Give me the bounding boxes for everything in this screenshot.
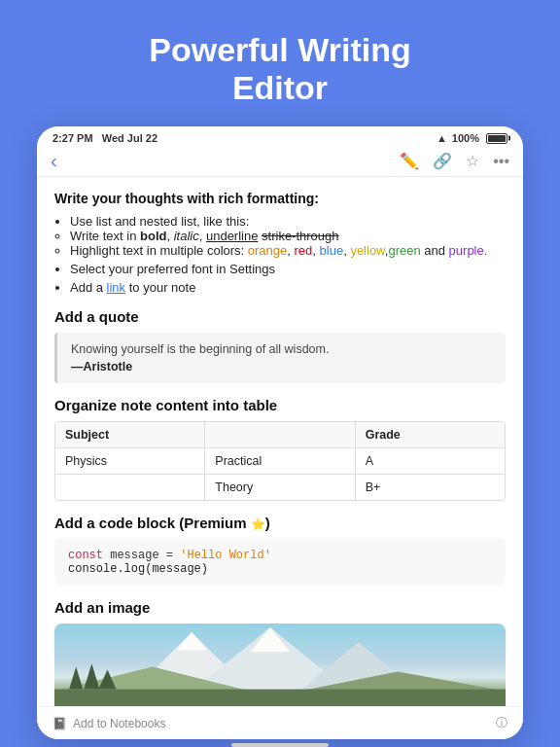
code-block: const message = 'Hello World' console.lo…	[54, 539, 506, 586]
table-cell-a: A	[356, 448, 505, 474]
code-section-title: Add a code block (Premium ⭐)	[54, 515, 506, 531]
table-header-grade: Grade	[356, 422, 505, 447]
header-title: Powerful Writing Editor	[110, 31, 449, 107]
light-overlay	[54, 623, 506, 706]
title-line1: Powerful Writing	[149, 31, 410, 68]
table-cell-practical: Practical	[205, 448, 355, 474]
title-line2: Editor	[232, 69, 328, 106]
table-cell-physics: Physics	[55, 448, 205, 474]
back-button[interactable]: ‹	[51, 150, 57, 171]
table-header-row: Subject Grade	[55, 422, 505, 448]
status-date: Wed Jul 22	[102, 132, 158, 144]
quote-author: —Aristotle	[71, 360, 492, 374]
table-row-1: Physics Practical A	[55, 448, 505, 475]
list-item-2: Select your preferred font in Settings	[70, 262, 506, 276]
link-text[interactable]: link	[107, 280, 126, 295]
device-frame: 2:27 PM Wed Jul 22 ▲ 100% ‹ ✏️ 🔗 ☆ ••• W…	[37, 126, 523, 739]
list-item-1: Use list and nested list, like this: Wri…	[70, 214, 506, 258]
code-line-2: console.log(message)	[68, 562, 492, 576]
edit-icon[interactable]: ✏️	[400, 152, 419, 170]
bottom-bar: 📓 Add to Notebooks ⓘ	[37, 706, 523, 739]
note-toolbar: ‹ ✏️ 🔗 ☆ •••	[37, 146, 523, 177]
table-section-title: Organize note content into table	[54, 397, 506, 413]
list-item-3: Add a link to your note	[70, 280, 506, 295]
code-line-1: const message = 'Hello World'	[68, 549, 492, 562]
table-header-subject: Subject	[55, 422, 205, 447]
wifi-icon: ▲	[437, 132, 447, 144]
bookmark-icon[interactable]: 🔗	[433, 152, 452, 170]
main-list: Use list and nested list, like this: Wri…	[70, 214, 506, 295]
star-icon[interactable]: ☆	[466, 152, 479, 170]
table-cell-bplus: B+	[356, 475, 505, 500]
battery-percent: 100%	[452, 132, 479, 144]
quote-block: Knowing yourself is the beginning of all…	[54, 333, 506, 383]
info-icon[interactable]: ⓘ	[496, 715, 508, 731]
add-to-notebooks[interactable]: 📓 Add to Notebooks	[52, 717, 165, 730]
nested-list: Write text in bold, italic, underline st…	[70, 229, 506, 258]
notebook-icon: 📓	[52, 717, 67, 730]
image-placeholder	[54, 623, 506, 706]
quote-text: Knowing yourself is the beginning of all…	[71, 342, 329, 356]
more-icon[interactable]: •••	[493, 153, 509, 170]
table-header-empty	[205, 422, 355, 447]
table-row-2: Theory B+	[55, 475, 505, 500]
battery-icon	[486, 133, 508, 144]
mountain-svg	[54, 623, 506, 706]
nested-item-2: Highlight text in multiple colors: orang…	[70, 243, 506, 258]
status-bar: 2:27 PM Wed Jul 22 ▲ 100%	[37, 126, 523, 146]
status-time: 2:27 PM	[52, 132, 93, 144]
table-cell-theory: Theory	[205, 475, 355, 500]
image-section-title: Add an image	[54, 599, 506, 616]
nested-item-1: Write text in bold, italic, underline st…	[70, 229, 506, 243]
table-container: Subject Grade Physics Practical A Theory…	[54, 421, 506, 501]
premium-emoji: ⭐	[251, 517, 265, 531]
quote-section-title: Add a quote	[54, 308, 506, 325]
content-area: Write your thoughts with rich formatting…	[37, 177, 523, 706]
table-cell-empty	[55, 475, 205, 500]
home-indicator	[231, 743, 329, 747]
intro-text: Write your thoughts with rich formatting…	[54, 191, 506, 206]
add-label: Add to Notebooks	[73, 717, 165, 730]
